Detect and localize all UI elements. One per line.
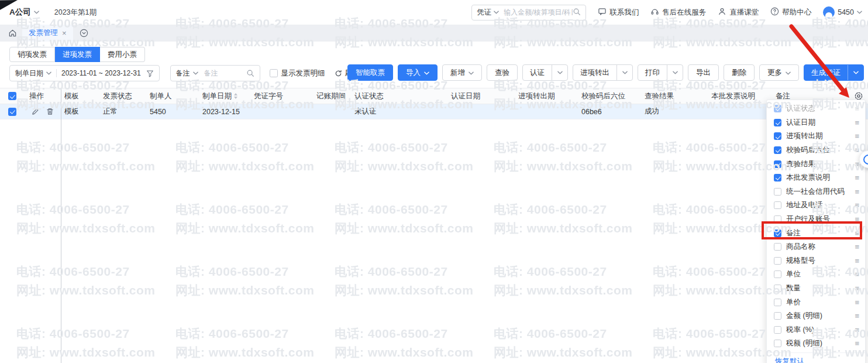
more-button[interactable]: 更多 xyxy=(759,64,799,81)
keyword-input[interactable]: 备注 xyxy=(204,69,246,78)
import-button[interactable]: 导入 xyxy=(398,64,438,81)
drag-handle-icon[interactable]: ≡ xyxy=(855,160,859,168)
tab-invoice-management[interactable]: 发票管理 × xyxy=(22,25,73,42)
cell-invoice-status: 正常 xyxy=(99,104,146,119)
watermark-text: 网址: www.tdxsoft.com xyxy=(494,344,632,361)
watermark-text: 网址: www.tdxsoft.com xyxy=(335,344,473,361)
column-settings-panel: 认证状态≡认证日期≡进项转出期≡校验码后六位≡查验结果≡本批发票说明≡统一社会信… xyxy=(766,100,866,363)
filter-funnel-icon[interactable] xyxy=(146,70,154,77)
delete-icon[interactable] xyxy=(46,108,54,115)
tab-expense-receipt[interactable]: 费用小票 xyxy=(100,47,145,62)
row-checkbox[interactable] xyxy=(8,108,16,116)
drag-handle-icon[interactable]: ≡ xyxy=(855,119,859,126)
export-button[interactable]: 导出 xyxy=(688,64,719,81)
delete-button[interactable]: 删除 xyxy=(724,64,755,81)
column-visibility-checkbox[interactable] xyxy=(774,105,781,112)
watermark-text: 电话: 4006-6500-27 xyxy=(335,263,448,280)
column-visibility-checkbox[interactable] xyxy=(774,215,781,223)
drag-handle-icon[interactable]: ≡ xyxy=(855,257,859,265)
topbar-right: 凭证 输入金额/核算项目/科目/... 联系我们售后在线服务直播课堂帮助中心 5… xyxy=(471,0,862,25)
restore-default-link[interactable]: 恢复默认 xyxy=(767,352,865,363)
drag-handle-icon[interactable]: ≡ xyxy=(855,201,859,209)
topbar-link-help-center[interactable]: 帮助中心 xyxy=(770,7,811,18)
column-panel-item: 本批发票说明≡ xyxy=(767,171,865,185)
home-icon[interactable] xyxy=(6,27,19,40)
close-icon[interactable]: × xyxy=(62,29,67,37)
drag-handle-icon[interactable]: ≡ xyxy=(855,312,859,320)
search-icon[interactable] xyxy=(246,69,254,77)
column-visibility-checkbox[interactable] xyxy=(774,326,781,334)
topbar-link-label: 售后在线服务 xyxy=(662,8,706,18)
column-visibility-checkbox[interactable] xyxy=(774,201,781,209)
drag-handle-icon[interactable]: ≡ xyxy=(855,188,859,196)
column-visibility-checkbox[interactable] xyxy=(774,257,781,265)
topbar-link-contact-us[interactable]: 联系我们 xyxy=(598,7,639,18)
verify-button[interactable]: 查验 xyxy=(487,64,518,81)
drag-handle-icon[interactable]: ≡ xyxy=(855,174,859,182)
column-visibility-checkbox[interactable] xyxy=(774,243,781,251)
sort-icon[interactable] xyxy=(234,93,237,99)
search-input[interactable]: 输入金额/核算项目/科目/... xyxy=(504,8,573,18)
column-panel-item: 税率 (%)≡ xyxy=(767,323,865,337)
column-panel-item-label: 校验码后六位 xyxy=(786,145,830,155)
column-panel-item: 查验结果≡ xyxy=(767,157,865,171)
edit-icon[interactable] xyxy=(32,108,39,115)
show-invoice-detail-checkbox[interactable] xyxy=(270,69,278,77)
search-icon[interactable] xyxy=(573,8,581,18)
watermark-text: 电话: 4006-6500-27 xyxy=(653,263,766,280)
generate-voucher-dropdown-button[interactable] xyxy=(848,65,863,80)
topbar-link-live-classroom[interactable]: 直播课堂 xyxy=(718,7,759,18)
column-visibility-checkbox[interactable] xyxy=(774,270,781,278)
drag-handle-icon[interactable]: ≡ xyxy=(855,340,859,347)
col-header-create-date[interactable]: 制单日期 xyxy=(199,88,250,104)
smart-fetch-button[interactable]: 智能取票 xyxy=(347,64,393,81)
user-menu[interactable]: 5450 xyxy=(823,6,862,18)
drag-handle-icon[interactable]: ≡ xyxy=(855,132,859,140)
tab-input-invoice[interactable]: 进项发票 xyxy=(55,47,100,62)
drag-handle-icon[interactable]: ≡ xyxy=(855,270,859,278)
date-range-value[interactable]: 2023-11-01 ~ 2023-12-31 xyxy=(61,69,141,77)
print-dropdown-button[interactable] xyxy=(667,65,683,80)
drag-handle-icon[interactable]: ≡ xyxy=(855,146,859,154)
company-select[interactable]: A公司 xyxy=(9,7,39,18)
drag-handle-icon[interactable]: ≡ xyxy=(855,105,859,112)
table-row[interactable]: 模板正常54502023-12-15未认证06be6成功 xyxy=(0,104,868,119)
watermark-text: 网址: www.tdxsoft.com xyxy=(16,282,155,299)
column-visibility-checkbox[interactable] xyxy=(774,188,781,196)
column-panel-item: 备注≡ xyxy=(767,226,865,240)
drag-handle-icon[interactable]: ≡ xyxy=(855,299,859,306)
column-visibility-checkbox[interactable] xyxy=(774,312,781,320)
drag-handle-icon[interactable]: ≡ xyxy=(855,230,859,237)
drag-handle-icon[interactable]: ≡ xyxy=(855,243,859,251)
tab-list-dropdown-icon[interactable] xyxy=(78,27,91,40)
select-all-checkbox[interactable] xyxy=(8,92,16,100)
drag-handle-icon[interactable]: ≡ xyxy=(855,326,859,334)
column-visibility-checkbox[interactable] xyxy=(774,119,781,126)
drag-handle-icon[interactable]: ≡ xyxy=(855,285,859,292)
topbar-link-label: 联系我们 xyxy=(609,8,639,18)
print-main-button[interactable]: 打印 xyxy=(638,65,667,80)
drag-handle-icon[interactable]: ≡ xyxy=(855,215,859,223)
input-transfer-out-main-button[interactable]: 进项转出 xyxy=(573,65,616,80)
tab-output-invoice[interactable]: 销项发票 xyxy=(9,47,55,62)
topbar-link-after-sales-service[interactable]: 售后在线服务 xyxy=(650,7,706,18)
certify-main-button[interactable]: 认证 xyxy=(523,65,552,80)
col-header-select[interactable] xyxy=(0,88,23,104)
certify-dropdown-button[interactable] xyxy=(552,65,567,80)
column-visibility-checkbox[interactable] xyxy=(774,299,781,306)
column-visibility-checkbox[interactable] xyxy=(774,146,781,154)
column-visibility-checkbox[interactable] xyxy=(774,230,781,237)
search-category-select[interactable]: 凭证 xyxy=(477,8,499,18)
show-invoice-detail-toggle[interactable]: 显示发票明细 xyxy=(270,69,325,78)
input-transfer-out-dropdown-button[interactable] xyxy=(616,65,632,80)
date-field-select[interactable]: 制单日期 xyxy=(15,69,43,78)
column-visibility-checkbox[interactable] xyxy=(774,132,781,140)
add-button[interactable]: 新增 xyxy=(442,64,482,81)
column-visibility-checkbox[interactable] xyxy=(774,160,781,168)
column-visibility-checkbox[interactable] xyxy=(774,174,781,182)
table-header: 操作模板发票状态制单人制单日期凭证字号记账期间认证状态认证日期进项转出期校验码后… xyxy=(0,88,868,104)
column-visibility-checkbox[interactable] xyxy=(774,285,781,292)
column-visibility-checkbox[interactable] xyxy=(774,340,781,347)
generate-voucher-main-button[interactable]: 生成凭证 xyxy=(804,65,848,80)
keyword-field-select[interactable]: 备注 xyxy=(176,69,190,78)
